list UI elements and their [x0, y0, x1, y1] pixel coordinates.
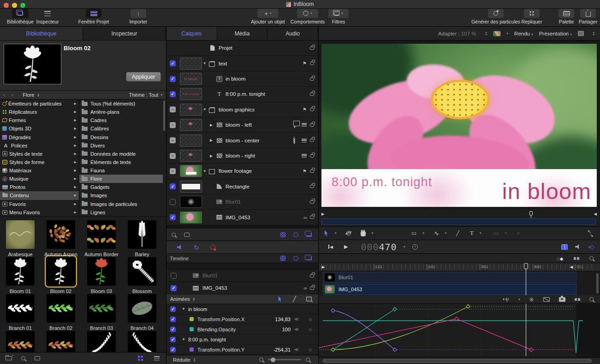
stack-icon[interactable]: [302, 139, 307, 142]
replicate-button[interactable]: Repliquer: [517, 9, 546, 24]
layer-row-bloom-graphics[interactable]: −▼bloom graphics⚑: [166, 102, 318, 117]
show-masks-icon[interactable]: [280, 256, 285, 261]
folder-fauna[interactable]: Fauna: [79, 166, 163, 175]
tab-media[interactable]: Média: [217, 27, 268, 40]
lock-icon[interactable]: [310, 108, 314, 111]
layer-row-text[interactable]: ✓▼text⚑: [166, 56, 318, 71]
keyframe-display-icon[interactable]: ◇◆: [557, 256, 564, 261]
category-objets-3d[interactable]: Objets 3D▶: [0, 124, 79, 133]
timeline-track-img0453[interactable]: ✓ IMG_0453 ∞: [166, 282, 318, 294]
keyframe-diamond[interactable]: [529, 348, 533, 352]
timeline-track-blur01[interactable]: Blur01: [166, 270, 318, 282]
animated-stepper[interactable]: ▴▾: [193, 297, 195, 301]
layer-row-img-0453[interactable]: ✓IMG_0453∞: [166, 210, 318, 225]
flag-icon[interactable]: ⚑: [303, 61, 307, 66]
folder-flore[interactable]: Flore: [79, 175, 163, 183]
tab-bibliotheque[interactable]: Bibliothèque: [0, 27, 83, 40]
category-favoris[interactable]: Favoris▶: [0, 200, 79, 208]
show-filters-icon[interactable]: [306, 256, 312, 260]
show-filters-icon[interactable]: [306, 233, 312, 237]
out-point-marker[interactable]: ◀: [594, 212, 597, 216]
visibility-checkbox[interactable]: −: [170, 153, 176, 159]
checkbox-img0453[interactable]: ✓: [171, 285, 177, 291]
lock-icon[interactable]: [310, 216, 314, 219]
category-materiaux[interactable]: Matériaux▶: [0, 166, 79, 175]
folder-arriere-plans[interactable]: Arrière-plans: [79, 108, 163, 116]
prop-checkbox[interactable]: ✓: [170, 327, 176, 332]
render-popup[interactable]: Rendu ▾: [514, 31, 533, 36]
text-tool-icon[interactable]: T: [470, 229, 474, 237]
stack-icon[interactable]: [302, 123, 307, 127]
library-item-branch-03[interactable]: Branch 03: [81, 294, 122, 331]
visibility-checkbox[interactable]: −: [170, 122, 176, 128]
zoom-timeline-icon[interactable]: [589, 256, 594, 260]
layer-row-rectangle[interactable]: ✓Rectangle: [166, 179, 318, 194]
lock-icon[interactable]: [310, 154, 314, 158]
prop-row-transform-position-y[interactable]: ✓Transform.Position.Y-254,31≪◇: [166, 345, 318, 355]
lock-icon[interactable]: [310, 139, 314, 142]
reduce-stepper[interactable]: ▴▾: [194, 358, 195, 362]
zoom-slider[interactable]: [268, 359, 301, 360]
nav-forward-icon[interactable]: ›: [8, 92, 17, 98]
keyframe-diamond[interactable]: [331, 309, 335, 312]
library-item-arabesque[interactable]: Arabesque: [0, 220, 41, 257]
canvas-text-tonight[interactable]: 8:00 p.m. tonight: [332, 175, 432, 189]
chevron-down-icon[interactable]: ▾: [518, 298, 520, 301]
timeline-hscrollbar[interactable]: [318, 357, 600, 364]
add-keyframe-icon[interactable]: ◇: [303, 317, 318, 322]
canvas-mini-timeline[interactable]: ▶ ◀: [318, 210, 600, 227]
visibility-checkbox[interactable]: ✓: [170, 183, 176, 189]
lock-icon[interactable]: [310, 274, 314, 277]
stack-icon[interactable]: [302, 154, 307, 158]
flag-icon[interactable]: ⚑: [303, 169, 307, 174]
out-point-marker[interactable]: ◀: [570, 265, 573, 269]
library-item-bloom-02[interactable]: Bloom 02: [41, 257, 81, 294]
hand-tool-icon[interactable]: [361, 231, 366, 236]
fit-stepper[interactable]: ▴▾: [486, 31, 487, 35]
filters-button[interactable]: ▾ Filtres: [327, 9, 350, 24]
keyframe-diamond[interactable]: [331, 348, 335, 352]
view-popup[interactable]: Présentation ▾: [539, 31, 572, 36]
visibility-checkbox[interactable]: ✓: [170, 214, 176, 220]
show-video-track-icon[interactable]: [561, 244, 568, 250]
layout-box-icon[interactable]: [578, 31, 584, 36]
library-item[interactable]: [41, 331, 81, 352]
show-masks-icon[interactable]: [280, 232, 285, 237]
fit-zoom-popup[interactable]: Adapter : 107 %: [438, 31, 476, 36]
lock-icon[interactable]: [310, 77, 314, 81]
visibility-checkbox[interactable]: −: [170, 106, 176, 112]
lock-icon[interactable]: [310, 47, 314, 50]
keyframe-diamond[interactable]: [455, 317, 458, 321]
go-to-start-button[interactable]: ◀: [328, 245, 333, 249]
layer-row-8-00-p-m-tonight[interactable]: ✓T8:00 p.m. tonight: [166, 87, 318, 102]
playhead-handle[interactable]: [524, 263, 528, 269]
keyframe-diamond[interactable]: [466, 305, 470, 308]
lock-icon[interactable]: [310, 93, 314, 96]
folder-gadgets[interactable]: Gadgets: [79, 183, 163, 191]
track-size-icon[interactable]: [574, 257, 580, 260]
show-behaviors-icon[interactable]: [293, 232, 298, 237]
prop-value[interactable]: 134,83: [262, 317, 291, 322]
visibility-checkbox[interactable]: ✓: [170, 76, 176, 82]
prev-keyframe-icon[interactable]: ≪: [291, 347, 303, 352]
folder-divers[interactable]: Divers: [79, 141, 163, 150]
share-button[interactable]: Partager: [576, 9, 600, 24]
hscroll-pill[interactable]: [323, 359, 592, 363]
link-icon[interactable]: ∞: [303, 215, 307, 220]
layer-row-bloom-center[interactable]: −▶bloom - center: [166, 133, 318, 148]
timeline-ruler[interactable]: ▶ 1121241361481601◀: [318, 263, 600, 271]
bezier-tool-icon[interactable]: ∿: [434, 230, 439, 237]
lock-icon[interactable]: [310, 170, 314, 173]
disclosure-icon[interactable]: ▼: [182, 337, 185, 341]
prop-group-8-00-p-m-tonight[interactable]: ✓▼8:00 p.m. tonight: [166, 335, 318, 345]
library-item-branch-04[interactable]: Branch 04: [122, 294, 162, 331]
prop-checkbox[interactable]: ✓: [170, 317, 176, 322]
folder-calibres[interactable]: Calibres: [79, 124, 163, 133]
category-replicateurs[interactable]: Réplicateurs▶: [0, 108, 79, 116]
speaker-icon[interactable]: [177, 245, 183, 250]
layout-stepper[interactable]: ▴▾: [593, 31, 594, 35]
library-item[interactable]: [81, 331, 122, 352]
disclosure-icon[interactable]: ▼: [203, 61, 209, 65]
zoom-slider-knob[interactable]: [271, 358, 275, 362]
zoom-in-icon[interactable]: [306, 358, 310, 362]
